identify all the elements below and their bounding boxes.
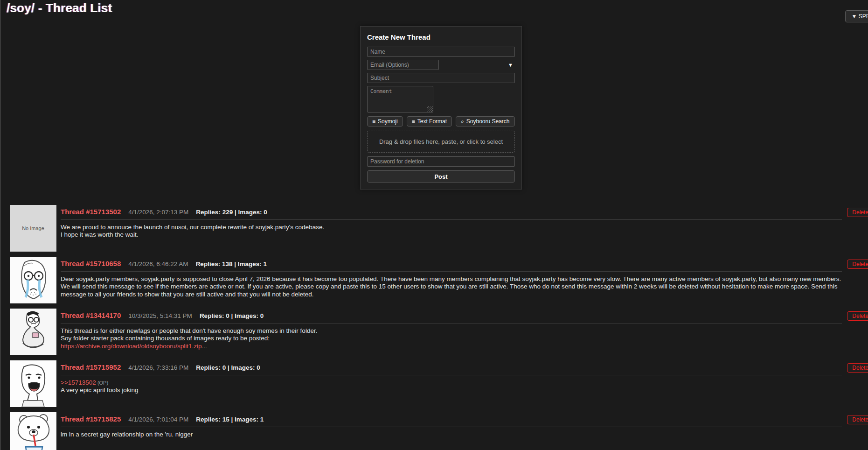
bear-drinking-image: DYKE JUICE [10,412,56,450]
menu-lines-icon: ≡ [372,118,375,125]
body-line: >>15713502 (OP) [61,379,842,387]
create-thread-form: Create New Thread ▼ ≡ Soymoji ≡ Text For… [360,26,522,190]
thread-stats: Replies: 0 | Images: 0 [196,364,260,371]
body-line: https://archive.org/download/oldsoybooru… [61,343,842,350]
body-text: Dear soyjak.party members, soyjak.party … [61,275,841,298]
search-icon: ⌕ [461,118,464,125]
thread-stats: Replies: 15 | Images: 1 [196,416,264,423]
sitting-soyjak-thumbnail[interactable] [10,309,56,355]
body-text: (OP) [96,380,108,386]
no-image-placeholder: No Image [10,205,56,252]
body-text: Soy folder starter pack containing thous… [61,335,270,342]
dropzone-text: Drag & drop files here, paste, or click … [379,138,503,145]
thread-list: No Image Thread #15713502 4/1/2026, 2:07… [1,205,868,450]
thread-date: 10/3/2025, 5:14:31 PM [128,312,192,319]
no-image-thumbnail[interactable]: No Image [10,205,56,252]
deletion-password-input[interactable] [367,156,515,167]
comment-wrap [367,86,433,112]
post-button[interactable]: Post [367,170,515,183]
thread-stats: Replies: 229 | Images: 0 [196,209,267,216]
thread-row: Thread #15715952 4/1/2026, 7:33:16 PM Re… [1,360,868,407]
chevron-down-icon: ▼ [851,13,857,20]
comment-textarea[interactable] [367,86,433,112]
thread-header: Thread #15713502 4/1/2026, 2:07:13 PM Re… [61,206,842,220]
soymoji-button[interactable]: ≡ Soymoji [367,116,403,127]
thread-body: >>15713502 (OP)A very epic april fools j… [61,379,842,394]
thread-header: Thread #15715952 4/1/2026, 7:33:16 PM Re… [61,361,842,375]
delete-button[interactable]: Delete [847,311,868,321]
chevron-down-icon[interactable]: ▼ [508,62,515,68]
thread-id-link[interactable]: Thread #13414170 [61,311,121,319]
text-format-label: Text Format [417,118,447,125]
email-row: ▼ [367,60,515,70]
thread-date: 4/1/2026, 2:07:13 PM [128,209,188,216]
thread-date: 4/1/2026, 7:01:04 PM [128,416,188,423]
quote-link[interactable]: >>15713502 [61,379,96,386]
url-link[interactable]: https://archive.org/download/oldsoybooru… [61,343,201,350]
body-text: I hope it was worth the wait. [61,231,139,238]
spe-menu-label: SPE M [859,13,868,20]
thread-id-link[interactable]: Thread #15713502 [61,208,121,216]
thread-id-link[interactable]: Thread #15715825 [61,415,121,423]
thread-body: We are proud to annouce the launch of nu… [61,224,842,239]
body-line: Dear soyjak.party members, soyjak.party … [61,275,842,298]
thread-body: Dear soyjak.party members, soyjak.party … [61,275,842,298]
body-line: We are proud to annouce the launch of nu… [61,224,842,231]
body-line: Soy folder starter pack containing thous… [61,335,842,342]
body-text: We are proud to annouce the launch of nu… [61,224,324,231]
thread-row: No Image Thread #15713502 4/1/2026, 2:07… [1,205,868,252]
body-line: This thread is for either newfags or peo… [61,327,842,335]
thread-date: 4/1/2026, 6:46:22 AM [128,260,188,267]
file-dropzone[interactable]: Drag & drop files here, paste, or click … [367,131,515,153]
thread-header: Thread #15715825 4/1/2026, 7:01:04 PM Re… [61,413,842,427]
form-title: Create New Thread [367,33,515,41]
thread-body: This thread is for either newfags or peo… [61,327,842,350]
thread-stats: Replies: 138 | Images: 1 [196,260,267,267]
thread-list-page: { "page": { "title": "/soy/ - Thread Lis… [0,0,868,450]
soybooru-search-button[interactable]: ⌕ Soybooru Search [456,116,514,127]
subject-input[interactable] [367,73,515,83]
screaming-soyjak-thumbnail[interactable] [10,360,56,407]
thread-row: Thread #13414170 10/3/2025, 5:14:31 PM R… [1,309,868,355]
body-line: I hope it was worth the wait. [61,231,842,239]
thread-content: Thread #15715952 4/1/2026, 7:33:16 PM Re… [61,360,842,407]
delete-button[interactable]: Delete [847,415,868,424]
body-line: A very epic april fools joking [61,387,842,394]
thread-content: Thread #15715825 4/1/2026, 7:01:04 PM Re… [61,412,842,450]
thread-date: 4/1/2026, 7:33:16 PM [128,364,188,371]
body-line: im in a secret gay relationship on the '… [61,431,842,438]
thread-header: Thread #15710658 4/1/2026, 6:46:22 AM Re… [61,258,842,272]
thread-id-link[interactable]: Thread #15710658 [61,260,121,267]
menu-lines-icon: ≡ [412,118,415,125]
screaming-soyjak-image [10,360,56,407]
thread-body: im in a secret gay relationship on the '… [61,431,842,438]
spe-menu-button[interactable]: ▼ SPE M [845,10,868,22]
thread-id-link[interactable]: Thread #15715952 [61,363,121,371]
body-text: im in a secret gay relationship on the '… [61,431,193,438]
page-title: /soy/ - Thread List [7,1,112,15]
sitting-soyjak-image [10,309,56,355]
thread-content: Thread #15713502 4/1/2026, 2:07:13 PM Re… [61,205,842,252]
thread-row: DYKE JUICE Thread #15715825 4/1/2026, 7:… [1,412,868,450]
text-format-button[interactable]: ≡ Text Format [407,116,452,127]
soybooru-search-label: Soybooru Search [466,118,510,125]
body-text: ... [201,343,207,350]
thread-row: Thread #15710658 4/1/2026, 6:46:22 AM Re… [1,257,868,303]
body-text: A very epic april fools joking [61,387,139,394]
name-input[interactable] [367,47,515,57]
delete-button[interactable]: Delete [847,260,868,269]
bear-drinking-thumbnail[interactable]: DYKE JUICE [10,412,56,450]
crying-soyjak-image [10,257,56,303]
delete-button[interactable]: Delete [847,363,868,373]
soymoji-label: Soymoji [378,118,398,125]
thread-stats: Replies: 0 | Images: 0 [200,312,264,319]
delete-button[interactable]: Delete [847,208,868,217]
thread-content: Thread #13414170 10/3/2025, 5:14:31 PM R… [61,309,842,355]
form-button-row: ≡ Soymoji ≡ Text Format ⌕ Soybooru Searc… [367,116,515,127]
thread-header: Thread #13414170 10/3/2025, 5:14:31 PM R… [61,309,842,323]
email-input[interactable] [367,60,439,70]
body-text: This thread is for either newfags or peo… [61,327,317,334]
crying-soyjak-thumbnail[interactable] [10,257,56,303]
thread-content: Thread #15710658 4/1/2026, 6:46:22 AM Re… [61,257,842,303]
